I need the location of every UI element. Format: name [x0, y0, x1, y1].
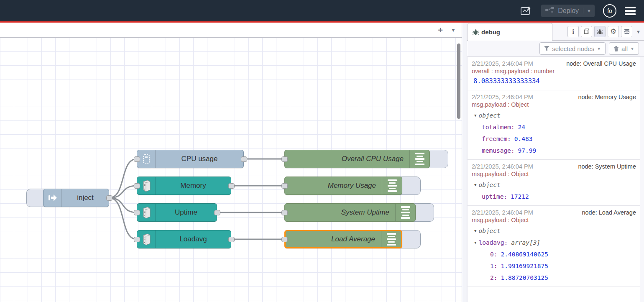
node-uptime[interactable]: Uptime: [137, 203, 217, 222]
deploy-options-caret[interactable]: ▼: [583, 8, 591, 13]
object-type-label: object: [478, 228, 500, 234]
debug-message[interactable]: 2/21/2025, 2:46:04 PM node: System Uptim…: [468, 160, 640, 206]
wires-layer[interactable]: [0, 38, 462, 302]
main-menu-icon[interactable]: [625, 7, 636, 15]
collapse-caret-icon[interactable]: ▼: [474, 183, 476, 187]
node-label: Memory Usage: [285, 177, 382, 195]
message-property: msg.payload : Object: [472, 101, 636, 110]
input-port[interactable]: [134, 183, 140, 189]
output-port[interactable]: [241, 156, 247, 162]
input-port[interactable]: [134, 210, 140, 215]
object-type-label: object: [478, 182, 500, 188]
input-port[interactable]: [281, 210, 288, 215]
entry-key: 0:: [490, 251, 497, 258]
node-label: System Uptime: [285, 204, 395, 221]
object-root-row[interactable]: ▼ object: [472, 110, 636, 121]
object-entry-row: uptime: 17212: [472, 191, 636, 202]
debug-tab-button[interactable]: [594, 26, 606, 37]
sidebar-resize-handle[interactable]: [462, 23, 467, 302]
input-port[interactable]: [281, 237, 288, 242]
database-icon: [624, 28, 630, 35]
inject-arrow-icon: [43, 189, 62, 207]
input-port[interactable]: [281, 183, 288, 189]
node-label: Load Average: [286, 231, 381, 247]
collapse-caret-icon[interactable]: ▼: [474, 229, 476, 233]
user-avatar[interactable]: fo: [603, 4, 616, 18]
array-entry-row: 2: 1.88720703125: [472, 272, 636, 284]
debug-message[interactable]: 2/21/2025, 2:46:04 PM node: Memory Usage…: [468, 90, 640, 160]
node-label: Uptime: [156, 204, 217, 221]
object-entry-row: memusage: 97.99: [472, 145, 636, 156]
object-root-row[interactable]: ▼ object: [472, 225, 636, 237]
debug-filter-row: selected nodes ▼ all ▼: [467, 41, 644, 57]
object-root-row[interactable]: ▼ object: [472, 179, 636, 191]
deploy-icon: [545, 7, 555, 15]
entry-key: totalmem:: [482, 124, 515, 131]
node-debug-loadavg-selected[interactable]: Load Average: [284, 230, 402, 248]
tab-debug[interactable]: debug: [468, 23, 552, 41]
entry-value: 97.99: [518, 147, 537, 154]
input-port[interactable]: [134, 156, 140, 162]
deploy-button[interactable]: Deploy ▼: [541, 5, 595, 17]
gear-icon: ⚙: [610, 27, 616, 36]
canvas-vertical-scrollbar[interactable]: [457, 44, 460, 119]
message-timestamp: 2/21/2025, 2:46:04 PM: [472, 94, 533, 100]
output-port[interactable]: [228, 183, 235, 189]
help-tab-button[interactable]: [581, 26, 592, 37]
node-inject[interactable]: inject: [43, 189, 109, 207]
flow-assistant-icon[interactable]: [519, 4, 533, 18]
clear-messages-button[interactable]: all ▼: [609, 42, 639, 55]
object-type-label: object: [478, 112, 500, 119]
entry-value: 1.99169921875: [501, 263, 548, 269]
output-port[interactable]: [106, 195, 112, 201]
bug-icon: [597, 28, 603, 35]
workspace: + ▼ inject: [0, 23, 462, 302]
collapse-caret-icon[interactable]: ▼: [474, 241, 476, 245]
node-cpu-usage[interactable]: CPU usage: [137, 150, 244, 168]
flow-canvas[interactable]: inject CPU usage Memory: [0, 38, 462, 302]
input-port[interactable]: [281, 156, 288, 162]
add-flow-button[interactable]: +: [435, 25, 446, 36]
output-port[interactable]: [214, 210, 220, 215]
message-property: overall : msg.payload : number: [472, 68, 636, 76]
context-tab-button[interactable]: [621, 26, 632, 37]
trash-icon: [613, 46, 619, 51]
node-loadavg[interactable]: Loadavg: [137, 230, 231, 248]
debug-message[interactable]: 2/21/2025, 2:46:04 PM node: Load Average…: [468, 206, 640, 287]
node-label: Loadavg: [156, 230, 231, 248]
debug-message-list[interactable]: 2/21/2025, 2:46:04 PM node: Overall CPU …: [467, 57, 640, 302]
debug-output-icon: [395, 204, 415, 221]
array-root-row[interactable]: ▼ loadavg: array[3]: [472, 237, 636, 248]
book-icon: [583, 28, 590, 35]
message-source-node: node: Load Average: [582, 209, 636, 216]
output-port[interactable]: [228, 237, 235, 242]
message-source-node: node: Overall CPU Usage: [566, 60, 636, 67]
node-debug-uptime[interactable]: System Uptime: [284, 203, 416, 222]
node-label: Memory: [156, 177, 231, 195]
array-type-label: array[3]: [511, 239, 540, 246]
message-property: msg.payload : Object: [472, 171, 636, 179]
node-label: Overall CPU Usage: [285, 150, 409, 168]
entry-value: 1.88720703125: [501, 274, 548, 281]
entry-value: 0.483: [514, 136, 533, 142]
message-timestamp: 2/21/2025, 2:46:04 PM: [472, 163, 533, 170]
bug-icon: [472, 28, 479, 36]
sidebar-options-caret[interactable]: ▼: [634, 29, 641, 34]
message-property: msg.payload : Object: [472, 217, 636, 225]
flow-list-caret[interactable]: ▼: [448, 25, 458, 36]
info-tab-button[interactable]: i: [567, 26, 579, 37]
node-memory[interactable]: Memory: [137, 177, 231, 195]
message-source-node: node: Memory Usage: [578, 94, 636, 100]
node-label: inject: [62, 189, 109, 207]
debug-message[interactable]: 2/21/2025, 2:46:04 PM node: Overall CPU …: [468, 57, 640, 90]
node-debug-overall-cpu[interactable]: Overall CPU Usage: [284, 150, 430, 168]
filter-nodes-button[interactable]: selected nodes ▼: [539, 42, 606, 55]
node-debug-memory[interactable]: Memory Usage: [284, 177, 402, 195]
config-tab-button[interactable]: ⚙: [608, 26, 619, 37]
debug-output-icon: [382, 177, 402, 195]
avatar-initials: fo: [607, 8, 612, 14]
filter-nodes-label: selected nodes: [552, 45, 594, 52]
input-port[interactable]: [134, 237, 140, 242]
collapse-caret-icon[interactable]: ▼: [474, 113, 476, 118]
message-timestamp: 2/21/2025, 2:46:04 PM: [472, 209, 533, 216]
